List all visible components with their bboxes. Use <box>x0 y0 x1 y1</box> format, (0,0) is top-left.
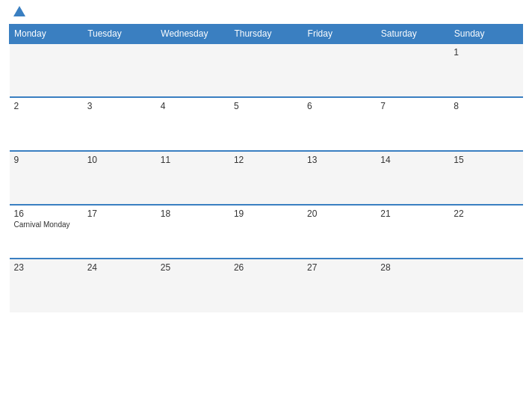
calendar-cell: 12 <box>229 151 303 205</box>
calendar-cell: 15 <box>449 151 522 205</box>
column-header-friday: Friday <box>303 25 376 44</box>
logo-triangle-icon <box>13 6 25 16</box>
week-row-5: 232425262728 <box>10 259 523 312</box>
calendar-cell <box>229 43 303 97</box>
calendar-cell: 9 <box>10 151 83 205</box>
day-number: 20 <box>307 208 371 219</box>
week-row-2: 2345678 <box>10 97 523 151</box>
column-header-tuesday: Tuesday <box>83 25 156 44</box>
calendar-cell: 11 <box>156 151 229 205</box>
day-number: 7 <box>380 101 445 111</box>
day-number: 28 <box>380 262 445 273</box>
calendar-cell: 7 <box>376 97 449 151</box>
calendar-cell: 2 <box>10 97 83 151</box>
week-row-3: 9101112131415 <box>10 151 523 205</box>
day-number: 17 <box>87 208 152 219</box>
calendar-cell: 26 <box>229 259 303 312</box>
day-number: 12 <box>234 155 298 165</box>
calendar-cell: 6 <box>303 97 376 151</box>
calendar-cell: 19 <box>229 205 303 259</box>
day-number: 23 <box>14 262 78 273</box>
calendar-cell: 16Carnival Monday <box>10 205 83 259</box>
day-number: 11 <box>161 155 225 165</box>
day-number: 6 <box>307 101 371 111</box>
calendar-container: MondayTuesdayWednesdayThursdayFridaySatu… <box>0 0 532 411</box>
calendar-cell: 14 <box>376 151 449 205</box>
column-header-wednesday: Wednesday <box>156 25 229 44</box>
day-number: 8 <box>454 101 518 111</box>
day-number: 5 <box>234 101 298 111</box>
day-number: 2 <box>14 101 78 111</box>
calendar-cell: 24 <box>83 259 156 312</box>
logo <box>12 7 27 18</box>
calendar-cell: 22 <box>449 205 522 259</box>
calendar-cell: 4 <box>156 97 229 151</box>
day-number: 21 <box>380 208 445 219</box>
day-number: 1 <box>454 47 518 58</box>
holiday-label: Carnival Monday <box>14 220 78 229</box>
calendar-cell <box>10 43 83 97</box>
calendar-cell: 20 <box>303 205 376 259</box>
calendar-cell <box>156 43 229 97</box>
day-number: 26 <box>234 262 298 273</box>
calendar-cell: 23 <box>10 259 83 312</box>
column-header-monday: Monday <box>10 25 83 44</box>
week-row-4: 16Carnival Monday171819202122 <box>10 205 523 259</box>
day-number: 10 <box>87 155 152 165</box>
day-number: 3 <box>87 101 152 111</box>
calendar-cell: 3 <box>83 97 156 151</box>
calendar-cell: 25 <box>156 259 229 312</box>
calendar-cell <box>376 43 449 97</box>
calendar-cell: 28 <box>376 259 449 312</box>
calendar-cell: 27 <box>303 259 376 312</box>
calendar-cell: 17 <box>83 205 156 259</box>
column-header-thursday: Thursday <box>229 25 303 44</box>
day-number: 13 <box>307 155 371 165</box>
calendar-cell <box>83 43 156 97</box>
column-header-sunday: Sunday <box>449 25 522 44</box>
day-number: 22 <box>454 208 518 219</box>
calendar-cell <box>449 259 522 312</box>
day-number: 16 <box>14 208 78 219</box>
calendar-cell: 21 <box>376 205 449 259</box>
calendar-header <box>9 7 523 18</box>
day-number: 24 <box>87 262 152 273</box>
calendar-cell <box>303 43 376 97</box>
calendar-cell: 10 <box>83 151 156 205</box>
calendar-cell: 1 <box>449 43 522 97</box>
calendar-table: MondayTuesdayWednesdayThursdayFridaySatu… <box>9 24 523 312</box>
calendar-cell: 18 <box>156 205 229 259</box>
day-header-row: MondayTuesdayWednesdayThursdayFridaySatu… <box>10 25 523 44</box>
calendar-cell: 8 <box>449 97 522 151</box>
day-number: 15 <box>454 155 518 165</box>
day-number: 25 <box>161 262 225 273</box>
calendar-cell: 5 <box>229 97 303 151</box>
column-header-saturday: Saturday <box>376 25 449 44</box>
day-number: 27 <box>307 262 371 273</box>
day-number: 4 <box>161 101 225 111</box>
calendar-cell: 13 <box>303 151 376 205</box>
day-number: 9 <box>14 155 78 165</box>
week-row-1: 1 <box>10 43 523 97</box>
day-number: 14 <box>380 155 445 165</box>
day-number: 19 <box>234 208 298 219</box>
day-number: 18 <box>161 208 225 219</box>
